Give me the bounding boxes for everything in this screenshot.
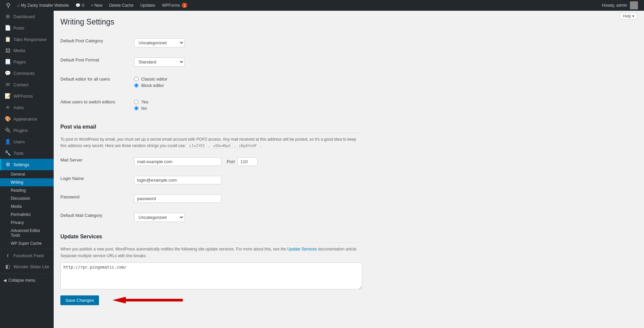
page-title: Writing Settings (60, 17, 362, 27)
sidebar-submenu-general[interactable]: General (0, 170, 54, 178)
admin-bar: ⚲ ⌂ My Zacky Installer Website 💬 0 + New… (0, 0, 644, 11)
astra-icon: ✳ (5, 104, 11, 110)
post-via-email-header: Post via email (60, 124, 362, 133)
table-row-default-mail-category: Default Mail Category Uncategorized (60, 208, 362, 227)
posts-icon: 📄 (5, 25, 11, 31)
table-row-mail-server: Mail Server Port (60, 152, 362, 171)
mail-server-input[interactable] (134, 157, 221, 166)
sidebar-item-wpforms[interactable]: 📝 WPForms (0, 90, 54, 102)
adminbar-howdy[interactable]: Howdy, admin (599, 0, 641, 11)
plugins-icon: 🔌 (5, 127, 11, 133)
default-post-category-select[interactable]: Uncategorized (134, 38, 184, 47)
sidebar-submenu-permalinks[interactable]: Permalinks (0, 210, 54, 219)
update-services-link[interactable]: Update Services (287, 247, 317, 251)
default-post-format-select[interactable]: Standard (134, 57, 184, 66)
adminbar-home[interactable]: ⌂ My Zacky Installer Website (14, 0, 72, 11)
dashboard-icon: ⊞ (5, 13, 11, 19)
sidebar-item-tabs-responsive[interactable]: 📋 Tabs Responsive (0, 34, 54, 45)
submit-section: Save Changes (60, 290, 362, 310)
home-icon: ⌂ (17, 3, 19, 8)
sidebar-item-facebook-feed[interactable]: f Facebook Feed (0, 250, 54, 261)
sidebar-submenu-advanced-editor-tools[interactable]: Advanced Editor Tools (0, 227, 54, 239)
sidebar-item-wonder-slider[interactable]: ◧ Wonder Slider Lite (0, 261, 54, 272)
appearance-icon: 🎨 (5, 116, 11, 122)
media-icon: 🖼 (5, 48, 11, 53)
port-label: Port (227, 159, 235, 164)
sidebar-submenu-writing[interactable]: Writing (0, 178, 54, 186)
default-mail-category-label: Default Mail Category (60, 208, 134, 227)
user-avatar (630, 1, 638, 9)
tools-icon: 🔧 (5, 150, 11, 156)
sidebar-submenu-reading[interactable]: Reading (0, 186, 54, 194)
block-editor-option[interactable]: Block editor (134, 83, 362, 88)
sidebar-item-comments[interactable]: 💬 Comments (0, 67, 54, 79)
wp-logo[interactable]: ⚲ (3, 0, 14, 11)
email-settings-table: Mail Server Port (60, 152, 362, 227)
table-row-default-post-category: Default Post Category Uncategorized (60, 33, 362, 52)
adminbar-delete-cache[interactable]: Delete Cache (106, 0, 137, 11)
sidebar-item-appearance[interactable]: 🎨 Appearance (0, 113, 54, 125)
default-post-format-label: Default Post Format (60, 52, 134, 72)
collapse-menu-button[interactable]: ◀ Collapse menu (0, 275, 54, 285)
wpforms-badge: 1 (182, 3, 187, 8)
switch-no-option[interactable]: No (134, 106, 362, 111)
adminbar-wpforms[interactable]: WPForms 1 (159, 0, 191, 11)
sidebar-submenu-wp-super-cache[interactable]: WP Super Cache (0, 239, 54, 247)
classic-editor-option[interactable]: Classic editor (134, 77, 362, 82)
comments-icon: 💬 (5, 70, 11, 76)
table-row-password: Password (60, 189, 362, 208)
sidebar-item-dashboard[interactable]: ⊞ Dashboard (0, 11, 54, 22)
adminbar-new[interactable]: + New (88, 0, 106, 11)
allow-switch-label: Allow users to switch editors (60, 94, 134, 117)
sidebar-item-plugins[interactable]: 🔌 Plugins (0, 125, 54, 136)
adminbar-user: Howdy, admin (599, 0, 641, 11)
sidebar-submenu-discussion[interactable]: Discussion (0, 194, 54, 202)
port-input[interactable] (237, 157, 258, 166)
users-icon: 👤 (5, 139, 11, 145)
table-row-allow-switch: Allow users to switch editors Yes No (60, 94, 362, 117)
login-name-input[interactable] (134, 176, 221, 184)
save-changes-button[interactable]: Save Changes (60, 295, 99, 305)
mail-server-row: Port (134, 157, 362, 166)
sidebar-item-astra[interactable]: ✳ Astra (0, 102, 54, 113)
mail-server-label: Mail Server (60, 152, 134, 171)
admin-sidebar: ⊞ Dashboard 📄 Posts 📋 Tabs Responsive 🖼 … (0, 11, 54, 328)
default-mail-category-select[interactable]: Uncategorized (134, 213, 184, 222)
password-input[interactable] (134, 194, 221, 203)
table-row-default-post-format: Default Post Format Standard (60, 52, 362, 72)
block-editor-radio[interactable] (134, 83, 139, 88)
sidebar-item-pages[interactable]: 📃 Pages (0, 56, 54, 67)
login-name-label: Login Name (60, 171, 134, 189)
svg-marker-1 (112, 297, 126, 303)
default-post-category-label: Default Post Category (60, 33, 134, 52)
password-label: Password (60, 189, 134, 208)
sidebar-item-users[interactable]: 👤 Users (0, 136, 54, 147)
sidebar-item-tools[interactable]: 🔧 Tools (0, 147, 54, 159)
pages-icon: 📃 (5, 59, 11, 65)
random-string-2: s5Dx4DpS (211, 143, 232, 149)
adminbar-updates[interactable]: Updates (137, 0, 159, 11)
table-row-login-name: Login Name (60, 171, 362, 189)
red-arrow-svg (109, 295, 183, 305)
switch-yes-option[interactable]: Yes (134, 99, 362, 104)
sidebar-item-contact[interactable]: ✉ Contact (0, 79, 54, 90)
default-editor-label: Default editor for all users (60, 72, 134, 94)
collapse-icon: ◀ (3, 278, 6, 283)
tabs-icon: 📋 (5, 36, 11, 42)
writing-settings-form: Default Post Category Uncategorized (60, 33, 362, 310)
switch-no-radio[interactable] (134, 106, 139, 110)
sidebar-item-media[interactable]: 🖼 Media (0, 45, 54, 56)
help-button[interactable]: Help ▾ (620, 13, 637, 19)
sidebar-item-settings[interactable]: ⚙ Settings (0, 159, 54, 170)
classic-editor-radio[interactable] (134, 77, 139, 81)
update-services-textarea[interactable]: http://rpc.pingomatic.com/ (60, 263, 362, 289)
sidebar-submenu-media[interactable]: Media (0, 202, 54, 210)
sidebar-submenu-privacy[interactable]: Privacy (0, 219, 54, 227)
adminbar-comments[interactable]: 💬 0 (72, 0, 88, 11)
settings-table: Default Post Category Uncategorized (60, 33, 362, 117)
switch-yes-radio[interactable] (134, 100, 139, 104)
settings-icon: ⚙ (5, 161, 11, 168)
contact-icon: ✉ (5, 82, 11, 88)
post-via-email-desc: To post to WordPress by email, you must … (60, 136, 362, 149)
sidebar-item-posts[interactable]: 📄 Posts (0, 22, 54, 34)
